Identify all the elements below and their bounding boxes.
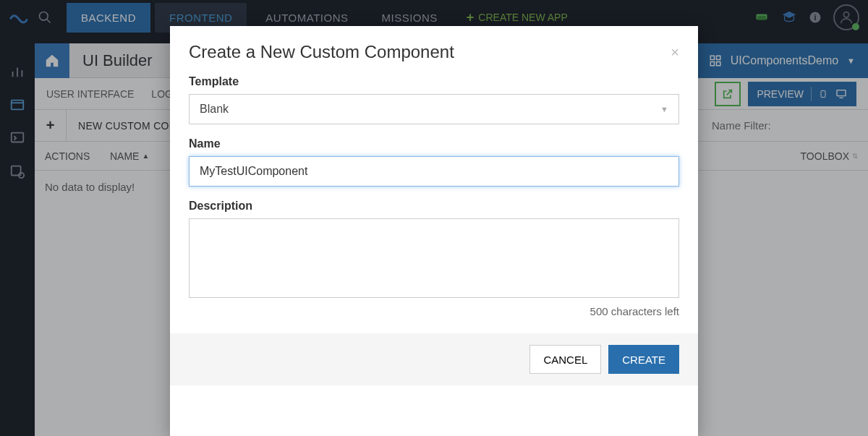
name-input[interactable] — [189, 156, 679, 187]
name-label: Name — [189, 137, 679, 150]
char-count: 500 characters left — [189, 305, 679, 317]
template-value: Blank — [200, 103, 229, 116]
description-input[interactable] — [189, 218, 679, 298]
cancel-button[interactable]: CANCEL — [529, 345, 601, 374]
chevron-down-icon: ▼ — [660, 105, 668, 114]
close-icon[interactable]: × — [671, 44, 679, 61]
template-select[interactable]: Blank ▼ — [189, 94, 679, 124]
create-button[interactable]: CREATE — [608, 345, 679, 374]
modal-title: Create a New Custom Component — [189, 42, 454, 62]
create-component-modal: Create a New Custom Component × Template… — [170, 26, 698, 436]
modal-overlay: Create a New Custom Component × Template… — [0, 0, 868, 436]
description-label: Description — [189, 200, 679, 213]
template-label: Template — [189, 75, 679, 88]
